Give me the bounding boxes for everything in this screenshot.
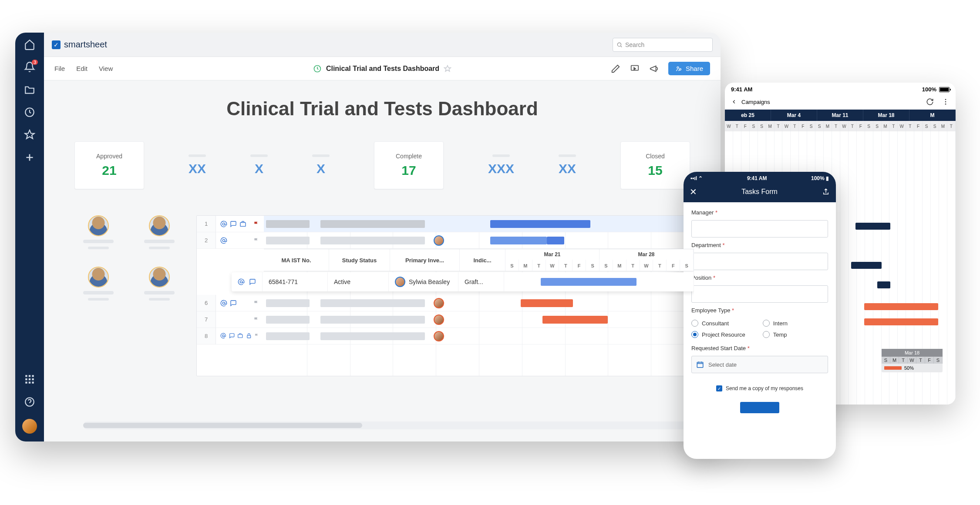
svg-rect-22 xyxy=(238,334,242,337)
gantt-bar[interactable] xyxy=(864,318,938,325)
more-icon[interactable] xyxy=(942,98,950,106)
row-number[interactable]: 8 xyxy=(197,328,216,344)
radio-project-resource[interactable]: Project Resource xyxy=(691,331,745,338)
avatar-icon xyxy=(395,277,405,287)
horizontal-scrollbar[interactable] xyxy=(83,421,703,429)
close-icon[interactable]: ✕ xyxy=(690,187,697,197)
mention-icon[interactable] xyxy=(220,300,227,307)
flag-icon[interactable] xyxy=(254,333,259,339)
doc-title[interactable]: Clinical Trial and Tests Dashboard xyxy=(326,65,439,73)
menu-view[interactable]: View xyxy=(99,65,113,72)
brand[interactable]: smartsheet xyxy=(52,40,107,50)
home-icon[interactable] xyxy=(24,39,35,50)
help-icon[interactable] xyxy=(24,396,35,408)
mention-icon xyxy=(238,278,245,285)
kpi-ghost: X xyxy=(250,154,268,176)
mention-icon[interactable] xyxy=(220,237,227,244)
tablet-time: 9:41 AM xyxy=(731,86,752,93)
svg-rect-3 xyxy=(32,375,34,377)
date-picker[interactable]: Select date xyxy=(691,356,828,373)
kpi-card-approved: Approved21 xyxy=(74,141,144,189)
refresh-icon[interactable] xyxy=(926,98,934,106)
svg-rect-8 xyxy=(29,381,30,383)
avatar-icon xyxy=(434,298,444,308)
submit-button[interactable] xyxy=(740,402,779,413)
present-icon[interactable] xyxy=(630,64,640,74)
pencil-icon[interactable] xyxy=(611,64,620,74)
row-number[interactable]: 2 xyxy=(197,232,216,249)
avatar-icon xyxy=(149,215,170,236)
lock-icon[interactable] xyxy=(246,333,252,340)
manager-field[interactable] xyxy=(691,220,828,237)
radio-intern[interactable]: Intern xyxy=(763,320,788,327)
flag-icon[interactable] xyxy=(253,300,259,306)
bell-icon[interactable]: 3 xyxy=(24,61,35,73)
row-number[interactable]: 1 xyxy=(197,216,216,232)
left-rail: 3 xyxy=(15,33,44,441)
briefcase-icon[interactable] xyxy=(239,221,246,227)
row-focus-card[interactable]: 65841-771 Active Sylwia Beasley Graft... xyxy=(232,272,694,291)
mention-icon[interactable] xyxy=(220,221,227,227)
radio-temp[interactable]: Temp xyxy=(763,331,788,338)
star-outline-icon[interactable] xyxy=(444,65,451,73)
copy-responses-row[interactable]: ✓Send me a copy of my responses xyxy=(691,385,828,391)
search-input[interactable]: Search xyxy=(613,38,713,52)
star-icon[interactable] xyxy=(24,129,35,140)
briefcase-icon[interactable] xyxy=(237,333,243,340)
flag-icon[interactable] xyxy=(253,237,259,244)
cell-status: Active xyxy=(328,272,389,291)
share-button[interactable]: Share xyxy=(668,62,710,75)
person-card[interactable] xyxy=(135,215,183,249)
add-icon[interactable] xyxy=(24,152,35,163)
row-number[interactable]: 7 xyxy=(197,311,216,328)
comment-icon[interactable] xyxy=(230,300,237,307)
back-icon[interactable] xyxy=(731,99,737,105)
gantt-bar[interactable] xyxy=(851,262,882,269)
folder-icon[interactable] xyxy=(24,84,35,95)
recent-icon[interactable] xyxy=(24,107,35,118)
svg-rect-4 xyxy=(25,378,27,380)
phone-time: 9:41 AM xyxy=(747,175,767,181)
people-grid xyxy=(74,215,183,301)
position-field[interactable] xyxy=(691,285,828,303)
comment-icon[interactable] xyxy=(230,221,237,227)
menu-file[interactable]: File xyxy=(54,65,65,72)
label-department: Department * xyxy=(691,242,828,248)
col-maist[interactable]: MA IST No. xyxy=(264,249,329,271)
menu-edit[interactable]: Edit xyxy=(76,65,88,72)
hover-tooltip: Mar 18 SMTWTFS 50% xyxy=(882,349,943,372)
comment-icon[interactable] xyxy=(229,333,235,340)
scrollbar-thumb[interactable] xyxy=(83,423,362,428)
user-avatar[interactable] xyxy=(22,419,37,434)
share-icon[interactable] xyxy=(822,188,830,196)
svg-point-24 xyxy=(945,99,946,100)
gantt-bar[interactable] xyxy=(855,223,890,230)
radio-consultant[interactable]: Consultant xyxy=(691,320,745,327)
avatar-icon xyxy=(88,267,109,288)
mention-icon[interactable] xyxy=(220,333,226,340)
col-status[interactable]: Study Status xyxy=(329,249,390,271)
flag-icon[interactable] xyxy=(253,221,259,227)
apps-icon[interactable] xyxy=(24,374,35,385)
avatar-icon xyxy=(149,267,170,288)
topbar: smartsheet Search xyxy=(44,33,721,57)
svg-point-20 xyxy=(222,302,225,304)
gantt-bar[interactable] xyxy=(864,303,938,310)
tablet-crumb[interactable]: Campaigns xyxy=(741,99,770,105)
comment-icon xyxy=(249,278,256,285)
person-card[interactable] xyxy=(74,215,122,249)
gantt-grid[interactable]: 1 2 MA IST No. Study Status Primary Inve… xyxy=(196,215,694,376)
row-number[interactable]: 6 xyxy=(197,295,216,311)
signal-icon: ••ıl ⌃ xyxy=(690,175,703,181)
department-field[interactable] xyxy=(691,253,828,270)
checkbox-icon: ✓ xyxy=(716,385,722,391)
megaphone-icon[interactable] xyxy=(649,64,659,74)
svg-rect-9 xyxy=(32,381,34,383)
col-indic[interactable]: Indic... xyxy=(460,249,505,271)
col-pi[interactable]: Primary Inve... xyxy=(390,249,460,271)
gantt-bar[interactable] xyxy=(877,281,890,288)
flag-icon[interactable] xyxy=(253,317,259,323)
svg-rect-2 xyxy=(29,375,30,377)
person-card[interactable] xyxy=(135,267,183,301)
person-card[interactable] xyxy=(74,267,122,301)
